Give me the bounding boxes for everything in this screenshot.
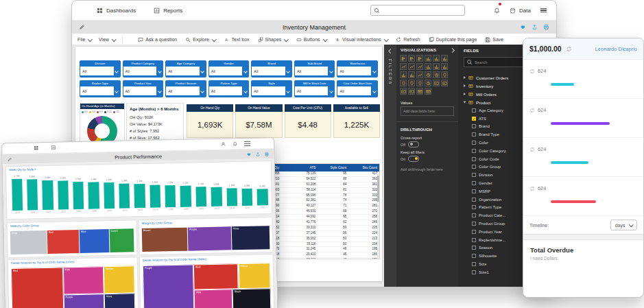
checkbox[interactable] — [472, 238, 476, 242]
sync-icon[interactable] — [566, 46, 572, 52]
checkbox[interactable] — [472, 124, 476, 128]
viz-icon-map[interactable] — [400, 80, 407, 86]
bell-icon[interactable] — [232, 141, 237, 146]
checkbox[interactable] — [472, 246, 476, 250]
viz-icon-filled-map[interactable] — [408, 80, 415, 86]
viz-icon-line-clustered-column[interactable] — [425, 63, 431, 70]
filter-dropdown[interactable]: All — [166, 67, 206, 75]
treemap-block-red[interactable]: Red — [11, 268, 64, 308]
menu-save[interactable]: Save — [485, 37, 503, 43]
notifications-button[interactable] — [494, 4, 500, 16]
checkbox[interactable] — [472, 165, 476, 169]
viz-icon-pie[interactable] — [425, 71, 431, 78]
menu-text-box[interactable]: Text box — [224, 37, 249, 43]
viz-icon-kpi[interactable] — [400, 88, 407, 95]
checkbox[interactable] — [472, 157, 476, 161]
viz-icon-line[interactable] — [400, 63, 407, 70]
dashboards-icon[interactable] — [34, 145, 38, 150]
checkbox[interactable] — [472, 198, 476, 202]
bar-item[interactable]: 1.0M2013 — [211, 171, 222, 206]
overdue-row[interactable]: 624 — [523, 177, 643, 216]
share-icon[interactable] — [532, 24, 538, 30]
checkbox[interactable] — [472, 108, 476, 112]
bar-item[interactable]: 1.4M1422 — [103, 174, 115, 209]
checkbox[interactable] — [472, 213, 476, 217]
color-block-purple[interactable]: Purple — [188, 226, 231, 250]
nav-data[interactable]: Data — [510, 8, 531, 14]
viz-icon-clustered-bar[interactable] — [408, 55, 415, 62]
color-block-brown[interactable]: Brown — [142, 228, 188, 252]
color-block-red[interactable]: Red — [47, 230, 80, 254]
bar-item[interactable]: 1.5M1320 — [73, 174, 84, 209]
viz-icon-card[interactable] — [433, 80, 440, 86]
color-block-green[interactable]: Green — [109, 228, 134, 252]
bar-item[interactable]: 1.0M2104 — [226, 171, 237, 206]
checkbox[interactable] — [472, 254, 476, 258]
bar-item[interactable]: 1.6M1045 — [26, 175, 38, 210]
hamburger-menu-icon[interactable] — [540, 8, 547, 13]
filter-dropdown[interactable]: All — [295, 67, 335, 75]
filter-dropdown[interactable]: All — [252, 67, 291, 75]
filter-dropdown[interactable]: All — [295, 86, 335, 95]
viz-icon-donut[interactable] — [433, 71, 440, 78]
filter-dropdown[interactable]: All — [123, 86, 163, 95]
filter-dropdown[interactable]: All — [123, 67, 163, 75]
viz-icon-area[interactable] — [408, 63, 415, 70]
bar-item[interactable]: 1.6M1102 — [42, 175, 53, 210]
checkbox[interactable] — [472, 262, 476, 266]
filter-dropdown[interactable]: All — [166, 86, 206, 95]
bar-item[interactable]: 1.4M1398 — [88, 174, 99, 209]
filter-dropdown[interactable]: All — [209, 86, 249, 95]
bar-item[interactable]: 1.1M1907 — [195, 171, 206, 206]
checkbox[interactable] — [472, 205, 476, 209]
values-dropzone[interactable]: Add data fields here — [401, 106, 454, 116]
reports-icon[interactable] — [51, 145, 56, 150]
bar-item[interactable]: 1.2M1789 — [165, 172, 176, 207]
menu-file[interactable]: File — [77, 37, 92, 42]
bar-item[interactable]: 0.9M2301 — [257, 170, 268, 205]
viz-icon-ribbon[interactable] — [441, 63, 448, 70]
viz-icon-table[interactable] — [416, 88, 423, 95]
checkbox[interactable] — [472, 181, 476, 185]
collapse-chevron-icon[interactable] — [464, 102, 466, 104]
treemap-block-navy[interactable]: Navy — [104, 293, 136, 308]
viz-icon-shape-map[interactable] — [416, 80, 423, 86]
search-input[interactable] — [370, 5, 465, 16]
scrollbar-thumb[interactable] — [377, 176, 379, 202]
viz-icon-stacked-area[interactable] — [416, 63, 423, 70]
viz-icon-stacked-bar[interactable] — [400, 55, 407, 62]
print-icon[interactable] — [543, 24, 549, 30]
print-icon[interactable] — [264, 152, 269, 156]
menu-visual-interactions[interactable]: Visual interactions — [335, 37, 387, 43]
bar-item[interactable]: 1.2M1714 — [149, 172, 160, 207]
nav-dashboards[interactable]: Dashboards — [97, 8, 136, 14]
bar-item[interactable]: 1.7M1023 — [11, 176, 23, 211]
checkbox[interactable]: ✓ — [472, 117, 476, 121]
drillthrough-dropzone[interactable]: Add drillthrough fields here — [396, 162, 458, 177]
share-icon[interactable] — [255, 152, 260, 156]
expand-chevron-icon[interactable] — [464, 84, 466, 87]
bar-item[interactable]: 1.3M1603 — [134, 173, 145, 208]
treemap-block-purple[interactable]: Purple — [63, 294, 104, 308]
treemap-block-pink[interactable]: Pink — [62, 266, 104, 294]
filter-dropdown[interactable]: All — [80, 67, 120, 75]
filters-pane-collapsed[interactable]: FILTERS — [384, 45, 396, 287]
filter-dropdown[interactable]: All — [252, 86, 291, 95]
nav-reports[interactable]: Reports — [154, 8, 182, 14]
table-scrollbar[interactable] — [377, 171, 379, 259]
viz-icon-multi-row-card[interactable] — [441, 80, 448, 86]
color-block-gray[interactable]: Gray — [10, 230, 47, 254]
menu-view[interactable]: View — [99, 37, 116, 42]
overdue-row[interactable]: 624 — [523, 99, 643, 138]
menu-ask-a-question[interactable]: Ask a question — [138, 37, 177, 43]
viz-icon-100-stacked-bar[interactable] — [416, 55, 423, 62]
checkbox[interactable] — [472, 173, 476, 177]
menu-buttons[interactable]: Buttons — [296, 37, 326, 43]
viz-icon-gauge[interactable] — [425, 80, 431, 86]
bar-item[interactable]: 1.3M1510 — [119, 173, 130, 208]
treemap-block-yellow[interactable]: Yellow — [238, 263, 270, 289]
hamburger-menu-icon[interactable] — [244, 141, 250, 146]
cross-report-toggle[interactable] — [408, 141, 419, 147]
timeline-select[interactable]: days — [610, 220, 637, 230]
viz-icon-treemap[interactable] — [441, 71, 448, 78]
